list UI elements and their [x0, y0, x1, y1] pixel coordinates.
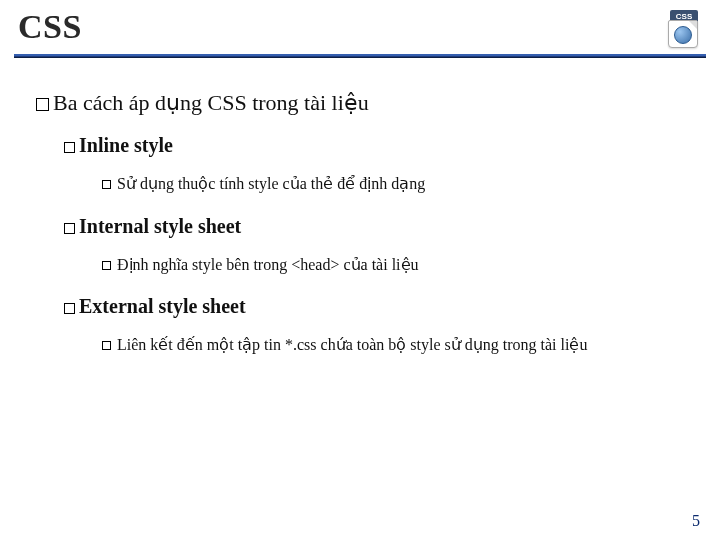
subheading-inline: Inline style: [64, 134, 694, 157]
square-bullet-icon: [64, 142, 75, 153]
square-bullet-icon: [36, 98, 49, 111]
slide-title: CSS: [18, 8, 82, 46]
body-text-inline: Sử dụng thuộc tính style của thẻ để định…: [102, 167, 694, 201]
slide-header: CSS CSS: [0, 0, 720, 48]
body-text-internal: Định nghĩa style bên trong <head> của tà…: [102, 248, 694, 282]
square-bullet-icon: [102, 180, 111, 189]
desc-text: Liên kết đến một tập tin *.css chứa toàn…: [117, 336, 587, 353]
subheading-internal: Internal style sheet: [64, 215, 694, 238]
main-heading: Ba cách áp dụng CSS trong tài liệu: [36, 90, 694, 116]
heading-text: Ba cách áp dụng CSS trong tài liệu: [53, 90, 369, 115]
square-bullet-icon: [102, 261, 111, 270]
subheading-text: Inline style: [79, 134, 173, 156]
page-number: 5: [692, 512, 700, 530]
subheading-external: External style sheet: [64, 295, 694, 318]
globe-icon: [674, 26, 692, 44]
slide-body: Ba cách áp dụng CSS trong tài liệu Inlin…: [0, 58, 720, 362]
css-file-icon: CSS: [664, 10, 702, 48]
body-text-external: Liên kết đến một tập tin *.css chứa toàn…: [102, 328, 694, 362]
desc-text: Sử dụng thuộc tính style của thẻ để định…: [117, 175, 425, 192]
square-bullet-icon: [102, 341, 111, 350]
square-bullet-icon: [64, 303, 75, 314]
desc-text: Định nghĩa style bên trong <head> của tà…: [117, 256, 419, 273]
subheading-text: External style sheet: [79, 295, 246, 317]
square-bullet-icon: [64, 223, 75, 234]
subheading-text: Internal style sheet: [79, 215, 241, 237]
